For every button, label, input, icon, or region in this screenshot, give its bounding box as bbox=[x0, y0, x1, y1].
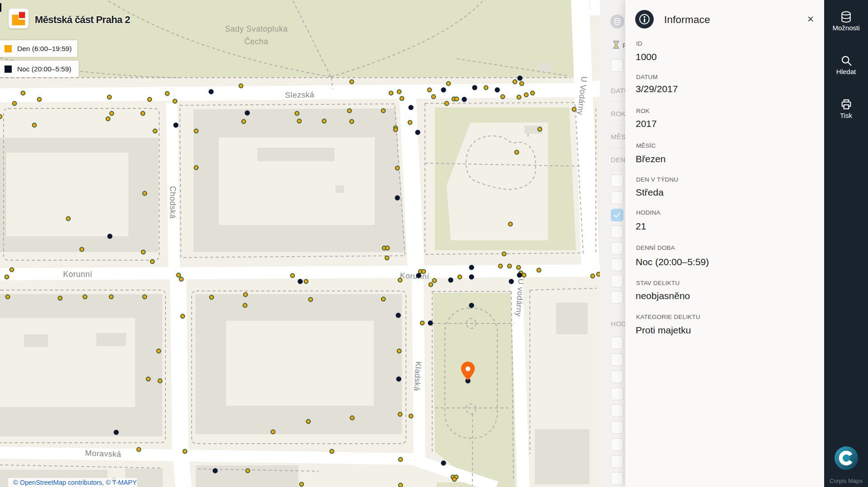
svg-text:Slezská: Slezská bbox=[285, 90, 314, 99]
svg-text:Sady Svatopluka: Sady Svatopluka bbox=[225, 24, 288, 33]
svg-text:Kladská: Kladská bbox=[412, 361, 423, 392]
svg-text:Chodská: Chodská bbox=[168, 186, 177, 219]
svg-text:Korunní: Korunní bbox=[63, 270, 93, 279]
svg-text:Moravská: Moravská bbox=[85, 449, 122, 459]
svg-text:Čecha: Čecha bbox=[244, 37, 268, 46]
